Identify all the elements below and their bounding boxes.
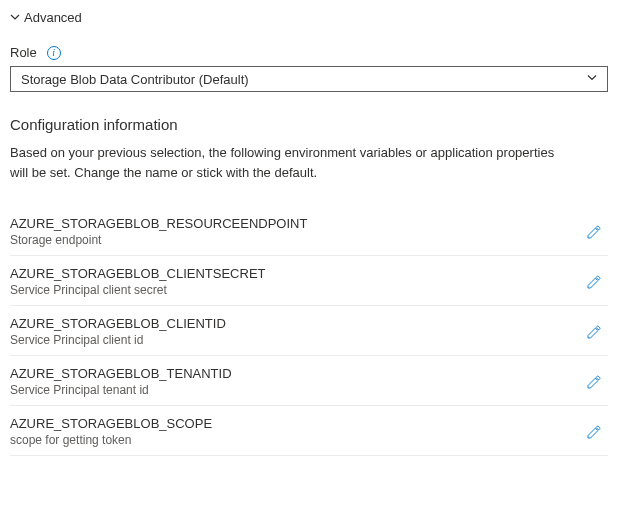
pencil-icon — [586, 324, 602, 340]
variable-info: AZURE_STORAGEBLOB_TENANTIDService Princi… — [10, 366, 580, 397]
edit-button[interactable] — [580, 418, 608, 446]
advanced-section-toggle[interactable]: Advanced — [10, 10, 608, 25]
edit-button[interactable] — [580, 368, 608, 396]
config-description: Based on your previous selection, the fo… — [10, 143, 570, 182]
edit-button[interactable] — [580, 268, 608, 296]
variable-description: scope for getting token — [10, 433, 580, 447]
role-select[interactable]: Storage Blob Data Contributor (Default) — [10, 66, 608, 92]
config-heading: Configuration information — [10, 116, 608, 133]
variable-description: Storage endpoint — [10, 233, 580, 247]
role-label: Role — [10, 45, 37, 60]
variable-row: AZURE_STORAGEBLOB_TENANTIDService Princi… — [10, 356, 608, 406]
variable-row: AZURE_STORAGEBLOB_CLIENTSECRETService Pr… — [10, 256, 608, 306]
variable-info: AZURE_STORAGEBLOB_SCOPEscope for getting… — [10, 416, 580, 447]
role-label-row: Role i — [10, 45, 608, 60]
pencil-icon — [586, 424, 602, 440]
variable-name: AZURE_STORAGEBLOB_TENANTID — [10, 366, 580, 381]
role-select-value: Storage Blob Data Contributor (Default) — [21, 72, 249, 87]
edit-button[interactable] — [580, 218, 608, 246]
variable-info: AZURE_STORAGEBLOB_CLIENTIDService Princi… — [10, 316, 580, 347]
variable-info: AZURE_STORAGEBLOB_CLIENTSECRETService Pr… — [10, 266, 580, 297]
variable-row: AZURE_STORAGEBLOB_SCOPEscope for getting… — [10, 406, 608, 456]
variable-name: AZURE_STORAGEBLOB_SCOPE — [10, 416, 580, 431]
edit-button[interactable] — [580, 318, 608, 346]
pencil-icon — [586, 224, 602, 240]
pencil-icon — [586, 374, 602, 390]
variable-info: AZURE_STORAGEBLOB_RESOURCEENDPOINTStorag… — [10, 216, 580, 247]
pencil-icon — [586, 274, 602, 290]
variable-row: AZURE_STORAGEBLOB_CLIENTIDService Princi… — [10, 306, 608, 356]
info-icon[interactable]: i — [47, 46, 61, 60]
variable-name: AZURE_STORAGEBLOB_CLIENTSECRET — [10, 266, 580, 281]
section-title: Advanced — [24, 10, 82, 25]
chevron-down-icon — [10, 12, 20, 24]
variable-description: Service Principal client secret — [10, 283, 580, 297]
variable-name: AZURE_STORAGEBLOB_RESOURCEENDPOINT — [10, 216, 580, 231]
variable-description: Service Principal tenant id — [10, 383, 580, 397]
variable-name: AZURE_STORAGEBLOB_CLIENTID — [10, 316, 580, 331]
variable-row: AZURE_STORAGEBLOB_RESOURCEENDPOINTStorag… — [10, 206, 608, 256]
variable-description: Service Principal client id — [10, 333, 580, 347]
